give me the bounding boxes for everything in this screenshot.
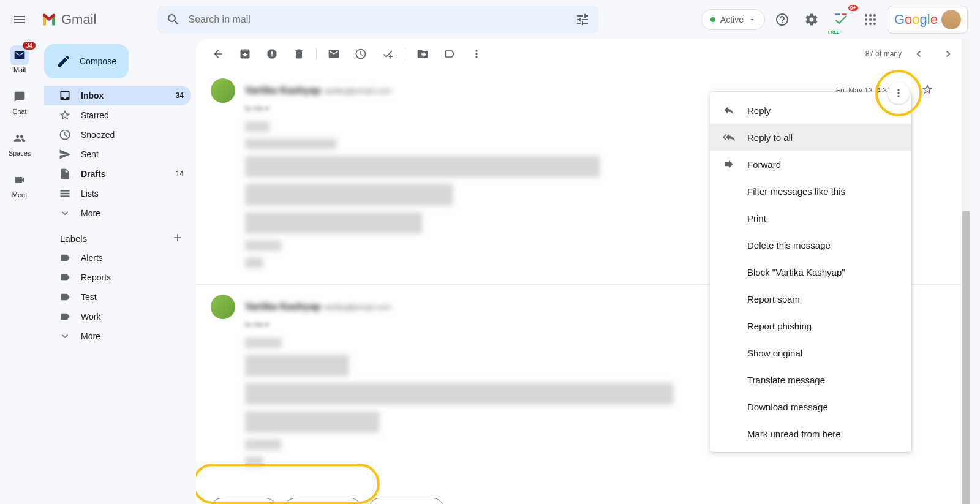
menu-filter[interactable]: Filter messages like this (710, 178, 911, 205)
apps-button[interactable] (858, 7, 883, 32)
meet-icon (13, 174, 26, 186)
nav-starred[interactable]: Starred (44, 105, 191, 125)
mark-unread-button[interactable] (322, 42, 346, 66)
move-folder-icon (417, 48, 429, 60)
menu-forward[interactable]: Forward (710, 151, 911, 178)
label-test[interactable]: Test (44, 287, 191, 307)
spam-button[interactable] (260, 42, 284, 66)
mail-icon (328, 48, 340, 60)
label-more[interactable]: More (44, 326, 191, 346)
nav-sent[interactable]: Sent (44, 145, 191, 164)
menu-reply-all[interactable]: Reply to all (710, 124, 911, 151)
trash-icon (293, 48, 305, 60)
rail-item-meet[interactable]: Meet (2, 170, 37, 198)
menu-report-spam[interactable]: Report spam (710, 285, 911, 312)
menu-print[interactable]: Print (710, 205, 911, 231)
chevron-right-icon (942, 48, 954, 60)
clock-icon (355, 48, 367, 60)
nav-label: Lists (81, 189, 99, 198)
menu-mark-unread-here[interactable]: Mark unread from here (710, 420, 911, 447)
menu-label: Report phishing (747, 321, 812, 331)
main-menu-button[interactable] (5, 5, 34, 34)
more-vert-icon (892, 87, 905, 99)
pencil-icon (56, 54, 71, 69)
reply-all-icon (723, 131, 735, 143)
add-task-button[interactable] (375, 42, 400, 66)
scrollbar-thumb[interactable] (962, 211, 970, 504)
gmail-logo[interactable]: Gmail (39, 10, 96, 29)
chevron-down-icon (59, 330, 71, 342)
search-bar[interactable] (157, 6, 598, 34)
svg-point-8 (873, 23, 876, 25)
pager-text: 87 of many (865, 50, 902, 58)
star-outline-icon (921, 83, 933, 96)
sender-avatar[interactable] (211, 295, 235, 319)
label-icon (59, 291, 70, 303)
menu-reply[interactable]: Reply (710, 97, 911, 124)
reply-button[interactable]: Reply (211, 498, 277, 504)
menu-translate[interactable]: Translate message (710, 366, 911, 393)
nav-inbox[interactable]: Inbox34 (44, 86, 191, 105)
label-icon (59, 272, 70, 283)
move-button[interactable] (410, 42, 435, 66)
user-avatar[interactable] (941, 10, 961, 29)
add-label-button[interactable] (172, 231, 184, 246)
sender-avatar[interactable] (211, 78, 235, 103)
menu-show-original[interactable]: Show original (710, 339, 911, 366)
pager-next-button[interactable] (936, 42, 960, 66)
label-text: More (81, 331, 100, 341)
menu-label: Download message (747, 402, 828, 412)
send-icon (59, 148, 71, 160)
label-alerts[interactable]: Alerts (44, 248, 191, 268)
scrollbar-track[interactable] (962, 39, 970, 504)
rail-item-spaces[interactable]: Spaces (2, 129, 37, 157)
label-text: Work (81, 312, 100, 322)
reply-all-button[interactable]: Reply all (284, 498, 361, 504)
arrow-left-icon (212, 48, 224, 60)
nav-lists[interactable]: Lists (44, 184, 191, 203)
archive-button[interactable] (233, 42, 257, 66)
star-button[interactable] (921, 83, 933, 98)
nav-more[interactable]: More (44, 203, 191, 223)
google-account-chip[interactable]: Google (888, 6, 968, 34)
nav-label: Inbox (81, 91, 104, 100)
settings-button[interactable] (799, 7, 824, 32)
pager-prev-button[interactable] (907, 42, 931, 66)
search-input[interactable] (188, 14, 575, 25)
check-shield-icon (833, 12, 849, 28)
menu-download[interactable]: Download message (710, 393, 911, 420)
nav-snoozed[interactable]: Snoozed (44, 125, 191, 145)
add-task-icon (382, 48, 394, 60)
draft-icon (59, 168, 71, 180)
tune-icon[interactable] (575, 12, 590, 27)
active-status-chip[interactable]: Active (701, 9, 765, 30)
message-more-button[interactable] (888, 82, 910, 104)
sender-name: Vartika Kashyap (245, 301, 321, 312)
menu-block[interactable]: Block "Vartika Kashyap" (710, 258, 911, 285)
menu-label: Delete this message (747, 240, 831, 250)
svg-point-3 (865, 18, 867, 21)
snooze-button[interactable] (349, 42, 373, 66)
label-reports[interactable]: Reports (44, 268, 191, 287)
rail-item-mail[interactable]: 34 Mail (2, 45, 37, 73)
nav-drafts[interactable]: Drafts14 (44, 164, 191, 184)
forward-button[interactable]: Forward (369, 498, 444, 504)
sender-email: vartika@email.com (323, 303, 391, 312)
back-button[interactable] (206, 42, 230, 66)
menu-report-phishing[interactable]: Report phishing (710, 312, 911, 339)
active-label: Active (720, 15, 744, 24)
label-work[interactable]: Work (44, 307, 191, 326)
labels-button[interactable] (437, 42, 462, 66)
labels-heading: Labels (60, 233, 87, 244)
menu-label: Forward (747, 159, 781, 170)
menu-delete[interactable]: Delete this message (710, 231, 911, 258)
nav-label: Starred (81, 110, 109, 120)
compose-button[interactable]: Compose (44, 44, 129, 78)
report-icon (266, 48, 278, 60)
help-button[interactable] (770, 7, 794, 32)
nav-label: More (81, 208, 100, 218)
rail-item-chat[interactable]: Chat (2, 87, 37, 115)
more-button[interactable] (464, 42, 489, 66)
delete-button[interactable] (287, 42, 311, 66)
proofhub-addon-button[interactable]: 9+ FREE (829, 7, 853, 32)
